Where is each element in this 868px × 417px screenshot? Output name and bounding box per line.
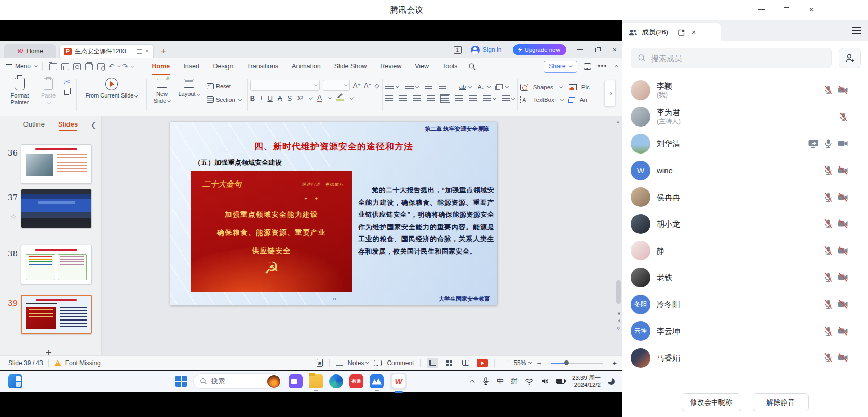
comment-bubble-icon[interactable] xyxy=(584,63,591,70)
save-icon[interactable] xyxy=(61,63,69,70)
sign-in-button[interactable]: Sign in xyxy=(471,46,502,54)
camera-muted-icon[interactable] xyxy=(838,272,848,282)
reset-button[interactable]: Reset xyxy=(207,79,241,93)
slide-thumbnail-37[interactable] xyxy=(21,189,92,228)
camera-muted-icon[interactable] xyxy=(838,326,848,336)
align-center-icon[interactable] xyxy=(399,95,407,102)
increase-indent-icon[interactable] xyxy=(439,84,446,90)
member-row[interactable]: 马睿娟 xyxy=(622,344,868,371)
tab-home[interactable]: Home xyxy=(145,58,177,75)
single-page-view-icon[interactable]: ▣ xyxy=(317,359,323,367)
zoom-slider[interactable] xyxy=(551,363,603,364)
night-mode-icon[interactable] xyxy=(608,378,615,385)
mic-muted-icon[interactable] xyxy=(823,219,833,229)
tab-design[interactable]: Design xyxy=(207,58,240,75)
close-icon[interactable]: × xyxy=(805,3,818,17)
ribbon-scroll-right-button[interactable] xyxy=(604,80,616,107)
layout-button[interactable]: Layout xyxy=(174,77,204,113)
decrease-indent-icon[interactable] xyxy=(425,84,432,90)
bullet-list-icon[interactable] xyxy=(385,84,394,90)
member-row[interactable]: 云坤 李云坤 xyxy=(622,317,868,344)
increase-font-icon[interactable]: A⁺ xyxy=(353,81,361,89)
window-count-badge[interactable]: 1 xyxy=(454,46,462,54)
wps-taskbar-icon[interactable]: W xyxy=(390,373,407,390)
member-search-box[interactable] xyxy=(631,48,832,68)
arrange-button[interactable]: Arr xyxy=(569,93,590,106)
mic-muted-icon[interactable] xyxy=(838,112,848,122)
file-explorer-icon[interactable] xyxy=(309,374,323,388)
slide-sorter-view-button[interactable] xyxy=(443,358,455,368)
decrease-font-icon[interactable]: A⁻ xyxy=(364,82,371,89)
taskbar-search[interactable]: 搜索 xyxy=(193,373,282,389)
shapes-button[interactable]: Shapes xyxy=(520,81,563,93)
wps-close-icon[interactable]: × xyxy=(613,46,617,54)
slide-thumbnail-39-selected[interactable] xyxy=(21,295,92,334)
font-family-select[interactable] xyxy=(250,80,320,91)
numbered-list-icon[interactable] xyxy=(405,84,414,90)
wps-document-tab[interactable]: P 生态安全课件1203 × xyxy=(59,44,154,58)
close-tab-icon[interactable]: × xyxy=(145,48,149,55)
menu-button[interactable]: Menu xyxy=(6,63,37,70)
mic-muted-icon[interactable] xyxy=(823,165,833,175)
clear-format-icon[interactable]: ◇ xyxy=(375,82,379,89)
text-direction-icon[interactable]: A↓ xyxy=(478,84,484,90)
slide-canvas[interactable]: 第二章 筑牢资源安全屏障 四、新时代维护资源安全的途径和方法 （五）加强重点领域… xyxy=(170,122,497,305)
panel-menu-icon[interactable] xyxy=(852,27,861,34)
new-slide-button[interactable]: New Slide xyxy=(150,77,174,113)
member-row[interactable]: 李颖(我) xyxy=(622,77,868,104)
font-missing-warning[interactable]: Font Missing xyxy=(65,359,101,367)
member-row[interactable]: 侯冉冉 xyxy=(622,184,868,211)
zoom-level[interactable]: 55% xyxy=(513,359,526,367)
camera-muted-icon[interactable] xyxy=(838,165,848,175)
tray-expand-icon[interactable] xyxy=(470,379,475,384)
print-icon[interactable] xyxy=(85,63,93,70)
more-options-icon[interactable]: ••• xyxy=(598,63,607,70)
font-color-button[interactable]: A xyxy=(317,94,322,102)
previous-slide-button[interactable]: » xyxy=(617,319,622,323)
vertical-scrollbar[interactable] xyxy=(616,280,621,304)
align-left-icon[interactable] xyxy=(385,95,393,102)
camera-muted-icon[interactable] xyxy=(838,192,848,202)
superscript-button[interactable]: X² xyxy=(297,95,303,101)
member-row[interactable]: W wine xyxy=(622,157,868,184)
export-icon[interactable] xyxy=(73,63,81,70)
scroll-down-icon[interactable]: ▼ xyxy=(617,311,621,316)
cut-icon[interactable]: ✂ xyxy=(64,77,71,87)
wps-restore-icon[interactable] xyxy=(595,48,600,52)
mic-muted-icon[interactable] xyxy=(823,85,833,95)
line-spacing-down-icon[interactable] xyxy=(469,95,477,102)
underline-button[interactable]: U xyxy=(267,94,272,102)
character-spacing-icon[interactable]: ab xyxy=(459,84,466,90)
search-icon[interactable] xyxy=(468,63,476,71)
zoom-out-icon[interactable]: − xyxy=(537,358,541,367)
slideshow-play-button[interactable] xyxy=(477,359,488,367)
from-current-slide-button[interactable]: From Current Slide xyxy=(79,77,144,113)
tab-insert[interactable]: Insert xyxy=(177,58,206,75)
tab-review[interactable]: Review xyxy=(373,58,408,75)
screen-sharing-icon[interactable] xyxy=(808,138,819,148)
widgets-icon[interactable] xyxy=(8,374,22,388)
notes-icon[interactable] xyxy=(336,360,343,366)
bold-button[interactable]: B xyxy=(250,94,255,102)
share-button[interactable]: Share xyxy=(544,61,577,73)
member-row[interactable]: 刘华清 xyxy=(622,130,868,157)
mic-muted-icon[interactable] xyxy=(823,299,833,309)
member-row[interactable]: 李为君(主持人) xyxy=(622,104,868,131)
scroll-up-icon[interactable]: ▲ xyxy=(616,119,620,124)
edge-browser-icon[interactable] xyxy=(329,374,343,388)
section-button[interactable]: Section xyxy=(207,93,241,106)
change-nickname-button[interactable]: 修改会中昵称 xyxy=(682,393,741,411)
camera-muted-icon[interactable] xyxy=(838,85,848,95)
print-preview-icon[interactable] xyxy=(97,63,105,70)
popout-panel-icon[interactable] xyxy=(677,29,685,36)
minimize-icon[interactable] xyxy=(755,3,768,17)
slide-thumbnail-36[interactable] xyxy=(21,144,92,184)
paste-button[interactable]: Paste xyxy=(36,77,60,113)
reading-view-button[interactable] xyxy=(460,358,471,368)
tab-transitions[interactable]: Transitions xyxy=(240,58,285,75)
taskbar-clock[interactable]: 23:39 周一 2024/12/2 xyxy=(572,374,601,388)
meeting-chat-app-icon[interactable] xyxy=(289,374,303,388)
member-search-input[interactable] xyxy=(651,54,825,63)
wps-minimize-icon[interactable] xyxy=(577,49,583,50)
tab-slide-show[interactable]: Slide Show xyxy=(328,58,374,75)
